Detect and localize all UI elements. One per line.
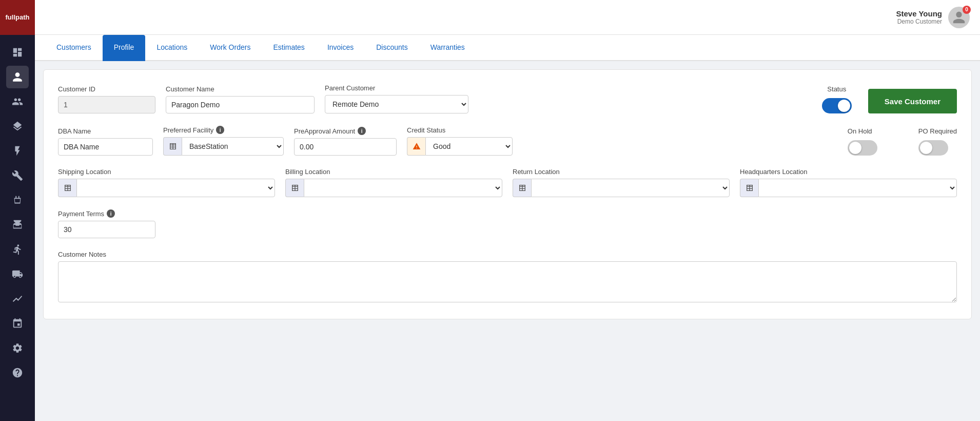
credit-status-warning-icon [407, 137, 425, 156]
customer-id-label: Customer ID [58, 85, 155, 93]
preferred-facility-group: Preferred Facility i BaseStation [163, 126, 284, 156]
hq-location-wrap [740, 179, 957, 197]
preapproval-input[interactable]: 0.00 [294, 138, 397, 156]
sidebar-item-help[interactable] [6, 361, 29, 384]
billing-location-wrap [285, 179, 502, 197]
tab-locations[interactable]: Locations [145, 35, 199, 61]
tab-customers[interactable]: Customers [45, 35, 103, 61]
sidebar-item-tools[interactable] [6, 164, 29, 187]
tab-invoices[interactable]: Invoices [316, 35, 365, 61]
preapproval-label: PreApproval Amount i [294, 127, 397, 135]
shipping-location-label: Shipping Location [58, 168, 275, 176]
form-row-3: Shipping Location Billing Location [58, 168, 957, 197]
sidebar-item-network[interactable] [6, 312, 29, 335]
po-required-label: PO Required [918, 127, 957, 135]
sidebar-item-person[interactable] [6, 238, 29, 261]
sidebar-item-dashboard[interactable] [6, 41, 29, 64]
hq-location-group: Headquarters Location [740, 168, 957, 197]
on-hold-group: On Hold [848, 127, 877, 156]
hq-location-label: Headquarters Location [740, 168, 957, 176]
user-name: Steve Young [896, 9, 942, 18]
tab-profile[interactable]: Profile [103, 35, 146, 61]
sidebar-item-plug[interactable] [6, 189, 29, 212]
return-location-label: Return Location [513, 168, 730, 176]
sidebar-item-settings[interactable] [6, 337, 29, 359]
status-label: Status [827, 85, 846, 93]
payment-terms-label: Payment Terms i [58, 209, 155, 218]
customer-name-label: Customer Name [166, 85, 315, 93]
po-required-group: PO Required [918, 127, 957, 156]
payment-terms-group: Payment Terms i 30 [58, 209, 155, 238]
billing-location-group: Billing Location [285, 168, 502, 197]
status-toggle-thumb [838, 100, 850, 112]
customer-id-input[interactable]: 1 [58, 96, 155, 113]
credit-status-label: Credit Status [407, 126, 517, 134]
user-role: Demo Customer [896, 18, 942, 25]
sidebar-item-customers[interactable] [6, 66, 29, 88]
credit-status-select[interactable]: Good [425, 137, 513, 156]
status-group: Status [822, 85, 852, 113]
dba-name-input[interactable]: DBA Name [58, 138, 153, 156]
shipping-location-select[interactable] [76, 179, 275, 197]
app-logo: fullpath [0, 0, 35, 35]
billing-location-select[interactable] [304, 179, 502, 197]
po-required-thumb [920, 142, 932, 154]
customer-notes-group: Customer Notes [58, 251, 957, 302]
customer-name-input[interactable]: Paragon Demo [166, 96, 315, 113]
dba-name-group: DBA Name DBA Name [58, 127, 153, 156]
preapproval-group: PreApproval Amount i 0.00 [294, 127, 397, 156]
notification-badge: 0 [963, 6, 971, 14]
tab-estimates[interactable]: Estimates [262, 35, 316, 61]
status-toggle[interactable] [822, 98, 852, 113]
shipping-building-icon [58, 179, 76, 197]
return-location-group: Return Location [513, 168, 730, 197]
sidebar-item-chart[interactable] [6, 288, 29, 310]
parent-customer-select[interactable]: Remote Demo [325, 95, 468, 113]
return-building-icon [513, 179, 531, 197]
hq-location-select[interactable] [758, 179, 957, 197]
customer-id-group: Customer ID 1 [58, 85, 155, 113]
form-row-2: DBA Name DBA Name Preferred Facility i B… [58, 126, 957, 156]
tabs-bar: Customers Profile Locations Work Orders … [35, 35, 980, 61]
main-content: Steve Young Demo Customer 0 Customers Pr… [35, 0, 980, 421]
preferred-facility-label: Preferred Facility i [163, 126, 284, 134]
parent-customer-label: Parent Customer [325, 84, 468, 92]
content-area: Customer ID 1 Customer Name Paragon Demo… [35, 61, 980, 421]
save-customer-button[interactable]: Save Customer [868, 89, 957, 113]
on-hold-thumb [849, 142, 861, 154]
header: Steve Young Demo Customer 0 [35, 0, 980, 35]
preferred-facility-input-wrap: BaseStation [163, 137, 284, 156]
tab-discounts[interactable]: Discounts [365, 35, 419, 61]
credit-status-wrap: Good [407, 137, 517, 156]
sidebar-item-groups[interactable] [6, 90, 29, 113]
return-location-select[interactable] [531, 179, 730, 197]
preferred-facility-select[interactable]: BaseStation [182, 137, 284, 156]
form-row-1: Customer ID 1 Customer Name Paragon Demo… [58, 84, 957, 113]
preferred-facility-info-icon: i [216, 126, 224, 134]
form-row-4: Payment Terms i 30 [58, 209, 957, 238]
header-user-info: Steve Young Demo Customer [896, 9, 942, 25]
tab-work-orders[interactable]: Work Orders [199, 35, 262, 61]
billing-building-icon [285, 179, 304, 197]
preapproval-info-icon: i [358, 127, 366, 135]
customer-notes-textarea[interactable] [58, 261, 957, 302]
on-hold-label: On Hold [848, 127, 872, 135]
payment-terms-input[interactable]: 30 [58, 221, 155, 238]
avatar-wrap: 0 [948, 7, 970, 28]
sidebar-nav [6, 35, 29, 421]
sidebar: fullpath [0, 0, 35, 421]
shipping-location-wrap [58, 179, 275, 197]
tab-warranties[interactable]: Warranties [419, 35, 476, 61]
on-hold-toggle[interactable] [848, 140, 877, 156]
sidebar-item-layers[interactable] [6, 115, 29, 138]
dba-name-label: DBA Name [58, 127, 153, 135]
customer-notes-label: Customer Notes [58, 251, 957, 258]
sidebar-item-service[interactable] [6, 140, 29, 162]
sidebar-item-inventory[interactable] [6, 214, 29, 236]
hq-building-icon [740, 179, 758, 197]
credit-status-group: Credit Status Good [407, 126, 517, 156]
sidebar-item-transport[interactable] [6, 263, 29, 285]
billing-location-label: Billing Location [285, 168, 502, 176]
po-required-toggle[interactable] [918, 140, 948, 156]
preferred-facility-building-icon [163, 137, 182, 156]
